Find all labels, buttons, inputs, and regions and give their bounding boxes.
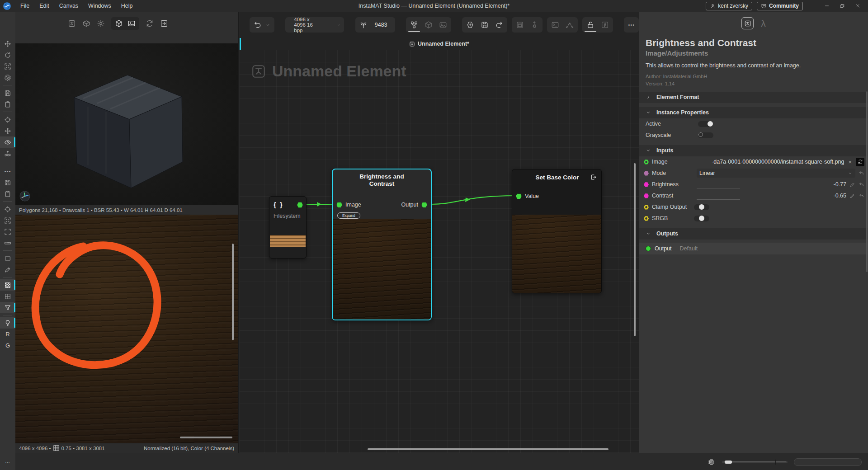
ruler-tool-icon[interactable] xyxy=(0,237,15,249)
clamp-output-toggle[interactable] xyxy=(694,204,709,210)
restore-button[interactable] xyxy=(835,1,849,11)
section-outputs[interactable]: Outputs xyxy=(639,228,868,240)
graph-vscrollbar[interactable] xyxy=(634,163,636,336)
mode-revert-button[interactable] xyxy=(859,170,864,176)
section-inputs[interactable]: Inputs xyxy=(639,145,868,156)
draw-tool-icon[interactable] xyxy=(0,264,15,275)
brightness-image-port[interactable] xyxy=(336,202,342,208)
spline-button[interactable] xyxy=(566,21,574,29)
node-canvas[interactable]: Unnamed Element { } Filesystem Brightnes… xyxy=(240,50,639,453)
rotate-tool-icon[interactable] xyxy=(0,49,15,61)
displacement-tool-icon[interactable] xyxy=(0,148,15,159)
viewport-2d-hscrollbar[interactable] xyxy=(180,437,232,438)
fit-view-icon[interactable] xyxy=(0,215,15,226)
green-channel-button[interactable]: G xyxy=(0,340,15,351)
more-bottom-button[interactable]: … xyxy=(0,455,15,466)
graph-zoom-slider[interactable] xyxy=(722,461,788,463)
contrast-slider[interactable]: -0.65 xyxy=(697,191,846,200)
engine-chip-icon[interactable] xyxy=(707,458,716,466)
viewport-settings-icon[interactable] xyxy=(97,19,105,28)
menu-edit[interactable]: Edit xyxy=(35,1,54,10)
view-3d-icon[interactable] xyxy=(115,19,123,28)
mode-dropdown[interactable]: Linear xyxy=(697,169,855,178)
image-view-tab[interactable] xyxy=(439,21,447,29)
export-output-icon[interactable] xyxy=(590,174,597,181)
menu-canvas[interactable]: Canvas xyxy=(55,1,83,10)
move-tool-icon[interactable] xyxy=(0,38,15,49)
region-tool-icon[interactable] xyxy=(0,253,15,264)
grayscale-toggle[interactable] xyxy=(698,132,713,138)
node-set-base-color[interactable]: Set Base Color Value xyxy=(512,169,602,293)
redo-button[interactable] xyxy=(495,21,503,29)
user-account-button[interactable]: kent zversky xyxy=(706,2,752,10)
node-filesystem[interactable]: { } Filesystem xyxy=(269,196,307,258)
undo-button[interactable] xyxy=(250,17,274,33)
undo-history-caret-icon[interactable] xyxy=(265,23,270,28)
red-channel-button[interactable]: R xyxy=(0,329,15,340)
footer-status-field[interactable] xyxy=(794,458,862,466)
sync-view-icon[interactable] xyxy=(146,19,154,28)
expand-button[interactable]: Expand xyxy=(337,212,360,219)
clear-image-button[interactable]: × xyxy=(847,159,853,165)
contrast-edit-button[interactable] xyxy=(849,193,855,199)
console-button[interactable] xyxy=(551,21,559,29)
section-element-format[interactable]: Element Format xyxy=(639,92,868,103)
visibility-tool-icon[interactable] xyxy=(0,136,15,148)
save-image-icon[interactable] xyxy=(0,177,15,188)
pose-tool-icon[interactable] xyxy=(0,125,15,136)
graph-view-tab[interactable] xyxy=(410,21,418,29)
add-node-button[interactable] xyxy=(466,21,474,29)
copy-image-icon[interactable] xyxy=(0,188,15,199)
scale-tool-icon[interactable] xyxy=(0,61,15,72)
element-type-icon[interactable] xyxy=(741,17,754,29)
menu-help[interactable]: Help xyxy=(117,1,137,10)
viewport-3d[interactable] xyxy=(15,43,238,205)
section-instance-properties[interactable]: Instance Properties xyxy=(639,107,868,118)
more-tools-button[interactable]: ••• xyxy=(0,165,15,177)
checker-background-icon[interactable] xyxy=(0,279,15,291)
filter-view-icon[interactable] xyxy=(0,302,15,313)
save-view-icon[interactable] xyxy=(0,87,15,99)
close-button[interactable] xyxy=(851,1,864,11)
community-button[interactable]: Community xyxy=(757,2,803,10)
lighting-view-icon[interactable] xyxy=(0,317,15,329)
tiling-view-icon[interactable] xyxy=(0,291,15,302)
node-brightness-contrast[interactable]: Brightness and Contrast Image Output Exp… xyxy=(332,169,432,320)
bake-button[interactable] xyxy=(516,21,524,29)
value-input-port[interactable] xyxy=(516,193,522,199)
orbit-tool-icon[interactable] xyxy=(0,72,15,83)
brightness-output-port[interactable] xyxy=(421,202,427,208)
instant-update-button[interactable] xyxy=(601,21,609,29)
view-2d-icon[interactable] xyxy=(127,19,136,28)
package-mode-icon[interactable] xyxy=(82,19,90,28)
inspector-scrollbar[interactable] xyxy=(866,91,868,272)
resolution-dropdown[interactable]: 4096 x 4096 16 bpp xyxy=(285,17,344,33)
atlas-mode-icon[interactable] xyxy=(68,19,76,28)
menu-windows[interactable]: Windows xyxy=(84,1,116,10)
reload-image-button[interactable] xyxy=(856,158,864,166)
graph-hscrollbar[interactable] xyxy=(368,448,609,450)
contrast-revert-button[interactable] xyxy=(859,193,864,199)
viewport-2d[interactable] xyxy=(15,215,238,443)
frame-view-icon[interactable] xyxy=(0,226,15,237)
srgb-toggle[interactable] xyxy=(694,216,709,221)
save-graph-button[interactable] xyxy=(481,21,489,29)
process-export-button[interactable] xyxy=(530,21,538,29)
toolbar-more-button[interactable]: ••• xyxy=(624,17,639,33)
seed-control[interactable]: 9483 xyxy=(355,17,395,33)
graph-tab-label[interactable]: Unnamed Element* xyxy=(418,41,469,47)
cube-view-tab[interactable] xyxy=(425,21,433,29)
center-view-icon[interactable] xyxy=(0,203,15,215)
orientation-gizmo[interactable] xyxy=(19,190,31,202)
menu-file[interactable]: File xyxy=(16,1,34,10)
export-view-icon[interactable] xyxy=(160,19,168,28)
function-type-icon[interactable]: λ xyxy=(761,18,766,29)
image-path-value[interactable]: -da7a-0001-000000000000/instamat-square-… xyxy=(697,159,844,165)
minimize-button[interactable] xyxy=(820,1,834,11)
output-row[interactable]: Output Default xyxy=(639,243,868,254)
focus-tool-icon[interactable] xyxy=(0,114,15,125)
brightness-slider[interactable]: -0.77 xyxy=(697,180,846,189)
clipboard-icon[interactable] xyxy=(0,99,15,110)
lock-button[interactable] xyxy=(586,21,594,29)
brightness-edit-button[interactable] xyxy=(849,182,855,188)
